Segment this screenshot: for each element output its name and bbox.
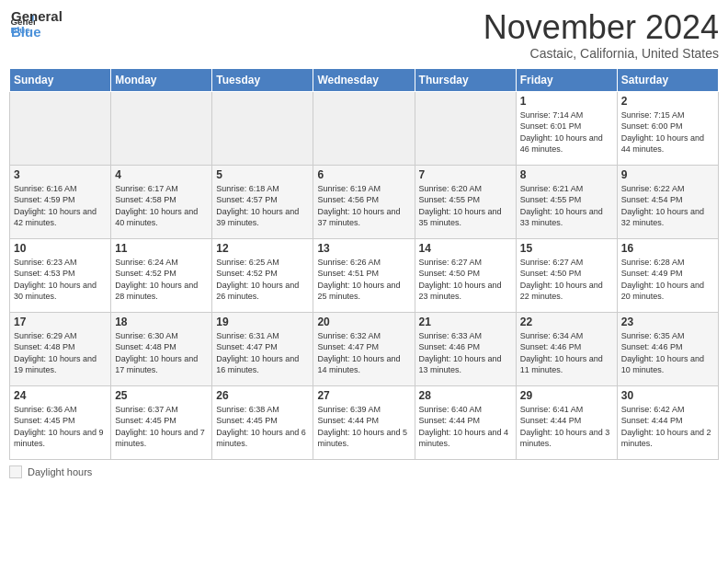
calendar-day: 16Sunrise: 6:28 AM Sunset: 4:49 PM Dayli… <box>617 238 718 312</box>
calendar-table: SundayMondayTuesdayWednesdayThursdayFrid… <box>9 68 719 460</box>
calendar-day: 21Sunrise: 6:33 AM Sunset: 4:46 PM Dayli… <box>415 312 516 385</box>
calendar-day: 22Sunrise: 6:34 AM Sunset: 4:46 PM Dayli… <box>516 312 617 385</box>
day-info: Sunrise: 6:23 AM Sunset: 4:53 PM Dayligh… <box>14 257 107 303</box>
day-info: Sunrise: 6:22 AM Sunset: 4:54 PM Dayligh… <box>621 183 714 229</box>
calendar-day: 30Sunrise: 6:42 AM Sunset: 4:44 PM Dayli… <box>617 385 718 459</box>
page-header: General Blue General Blue November 2024 … <box>9 9 719 61</box>
day-info: Sunrise: 6:18 AM Sunset: 4:57 PM Dayligh… <box>216 183 309 229</box>
day-info: Sunrise: 6:30 AM Sunset: 4:48 PM Dayligh… <box>115 330 208 376</box>
day-info: Sunrise: 6:34 AM Sunset: 4:46 PM Dayligh… <box>520 330 613 376</box>
column-header-friday: Friday <box>516 68 617 91</box>
day-number: 24 <box>14 389 107 402</box>
column-header-monday: Monday <box>111 68 212 91</box>
calendar-day: 19Sunrise: 6:31 AM Sunset: 4:47 PM Dayli… <box>212 312 313 385</box>
day-info: Sunrise: 6:27 AM Sunset: 4:50 PM Dayligh… <box>419 257 512 303</box>
calendar-day: 29Sunrise: 6:41 AM Sunset: 4:44 PM Dayli… <box>516 385 617 459</box>
day-info: Sunrise: 6:38 AM Sunset: 4:45 PM Dayligh… <box>216 404 309 450</box>
day-number: 4 <box>115 168 208 181</box>
day-number: 29 <box>520 389 613 402</box>
day-number: 11 <box>115 242 208 255</box>
calendar-day: 17Sunrise: 6:29 AM Sunset: 4:48 PM Dayli… <box>10 312 111 385</box>
calendar-day: 26Sunrise: 6:38 AM Sunset: 4:45 PM Dayli… <box>212 385 313 459</box>
day-number: 27 <box>317 389 410 402</box>
calendar-week-4: 17Sunrise: 6:29 AM Sunset: 4:48 PM Dayli… <box>10 312 719 385</box>
day-number: 3 <box>14 168 107 181</box>
day-info: Sunrise: 6:31 AM Sunset: 4:47 PM Dayligh… <box>216 330 309 376</box>
day-number: 26 <box>216 389 309 402</box>
day-info: Sunrise: 6:32 AM Sunset: 4:47 PM Dayligh… <box>317 330 410 376</box>
day-number: 16 <box>621 242 714 255</box>
logo-line2: Blue <box>11 25 63 40</box>
calendar-day <box>111 91 212 165</box>
day-number: 18 <box>115 316 208 328</box>
calendar-day: 10Sunrise: 6:23 AM Sunset: 4:53 PM Dayli… <box>10 238 111 312</box>
day-number: 12 <box>216 242 309 255</box>
column-header-tuesday: Tuesday <box>212 68 313 91</box>
daylight-legend-label: Daylight hours <box>28 466 92 477</box>
day-info: Sunrise: 6:28 AM Sunset: 4:49 PM Dayligh… <box>621 257 714 303</box>
day-info: Sunrise: 6:41 AM Sunset: 4:44 PM Dayligh… <box>520 404 613 450</box>
day-number: 30 <box>621 389 714 402</box>
day-info: Sunrise: 6:29 AM Sunset: 4:48 PM Dayligh… <box>14 330 107 376</box>
day-number: 25 <box>115 389 208 402</box>
calendar-week-1: 1Sunrise: 7:14 AM Sunset: 6:01 PM Daylig… <box>10 91 719 165</box>
day-info: Sunrise: 7:14 AM Sunset: 6:01 PM Dayligh… <box>520 109 613 155</box>
day-info: Sunrise: 6:33 AM Sunset: 4:46 PM Dayligh… <box>419 330 512 376</box>
calendar-day <box>415 91 516 165</box>
calendar-day: 9Sunrise: 6:22 AM Sunset: 4:54 PM Daylig… <box>617 165 718 238</box>
day-info: Sunrise: 6:40 AM Sunset: 4:44 PM Dayligh… <box>419 404 512 450</box>
day-number: 8 <box>520 168 613 181</box>
day-info: Sunrise: 6:42 AM Sunset: 4:44 PM Dayligh… <box>621 404 714 450</box>
column-header-thursday: Thursday <box>415 68 516 91</box>
day-number: 10 <box>14 242 107 255</box>
calendar-day: 4Sunrise: 6:17 AM Sunset: 4:58 PM Daylig… <box>111 165 212 238</box>
day-info: Sunrise: 6:21 AM Sunset: 4:55 PM Dayligh… <box>520 183 613 229</box>
calendar-day: 20Sunrise: 6:32 AM Sunset: 4:47 PM Dayli… <box>313 312 415 385</box>
day-number: 5 <box>216 168 309 181</box>
day-info: Sunrise: 6:27 AM Sunset: 4:50 PM Dayligh… <box>520 257 613 303</box>
calendar-day: 28Sunrise: 6:40 AM Sunset: 4:44 PM Dayli… <box>415 385 516 459</box>
calendar-day: 25Sunrise: 6:37 AM Sunset: 4:45 PM Dayli… <box>111 385 212 459</box>
calendar-day: 3Sunrise: 6:16 AM Sunset: 4:59 PM Daylig… <box>10 165 111 238</box>
day-number: 20 <box>317 316 410 328</box>
column-header-sunday: Sunday <box>10 68 111 91</box>
day-number: 21 <box>419 316 512 328</box>
calendar-day: 23Sunrise: 6:35 AM Sunset: 4:46 PM Dayli… <box>617 312 718 385</box>
day-number: 2 <box>621 95 714 108</box>
footer: Daylight hours <box>9 465 719 478</box>
logo: General Blue General Blue <box>9 13 63 40</box>
calendar-day: 27Sunrise: 6:39 AM Sunset: 4:44 PM Dayli… <box>313 385 415 459</box>
calendar-day: 24Sunrise: 6:36 AM Sunset: 4:45 PM Dayli… <box>10 385 111 459</box>
calendar-day: 2Sunrise: 7:15 AM Sunset: 6:00 PM Daylig… <box>617 91 718 165</box>
calendar-day: 1Sunrise: 7:14 AM Sunset: 6:01 PM Daylig… <box>516 91 617 165</box>
day-info: Sunrise: 6:25 AM Sunset: 4:52 PM Dayligh… <box>216 257 309 303</box>
day-number: 9 <box>621 168 714 181</box>
day-info: Sunrise: 6:16 AM Sunset: 4:59 PM Dayligh… <box>14 183 107 229</box>
calendar-header-row: SundayMondayTuesdayWednesdayThursdayFrid… <box>10 68 719 91</box>
calendar-day <box>313 91 415 165</box>
day-number: 1 <box>520 95 613 108</box>
calendar-day: 15Sunrise: 6:27 AM Sunset: 4:50 PM Dayli… <box>516 238 617 312</box>
day-number: 13 <box>317 242 410 255</box>
day-number: 17 <box>14 316 107 328</box>
title-block: November 2024 Castaic, California, Unite… <box>483 9 719 61</box>
calendar-day: 6Sunrise: 6:19 AM Sunset: 4:56 PM Daylig… <box>313 165 415 238</box>
day-number: 6 <box>317 168 410 181</box>
calendar-day: 7Sunrise: 6:20 AM Sunset: 4:55 PM Daylig… <box>415 165 516 238</box>
day-info: Sunrise: 6:35 AM Sunset: 4:46 PM Dayligh… <box>621 330 714 376</box>
calendar-day: 8Sunrise: 6:21 AM Sunset: 4:55 PM Daylig… <box>516 165 617 238</box>
day-info: Sunrise: 6:36 AM Sunset: 4:45 PM Dayligh… <box>14 404 107 450</box>
day-info: Sunrise: 6:20 AM Sunset: 4:55 PM Dayligh… <box>419 183 512 229</box>
day-info: Sunrise: 6:17 AM Sunset: 4:58 PM Dayligh… <box>115 183 208 229</box>
day-number: 15 <box>520 242 613 255</box>
column-header-saturday: Saturday <box>617 68 718 91</box>
calendar-week-2: 3Sunrise: 6:16 AM Sunset: 4:59 PM Daylig… <box>10 165 719 238</box>
calendar-day: 5Sunrise: 6:18 AM Sunset: 4:57 PM Daylig… <box>212 165 313 238</box>
day-info: Sunrise: 6:37 AM Sunset: 4:45 PM Dayligh… <box>115 404 208 450</box>
logo-line1: General <box>11 9 63 25</box>
calendar-day <box>10 91 111 165</box>
month-title: November 2024 <box>483 9 719 46</box>
day-number: 23 <box>621 316 714 328</box>
day-info: Sunrise: 6:39 AM Sunset: 4:44 PM Dayligh… <box>317 404 410 450</box>
day-info: Sunrise: 6:19 AM Sunset: 4:56 PM Dayligh… <box>317 183 410 229</box>
